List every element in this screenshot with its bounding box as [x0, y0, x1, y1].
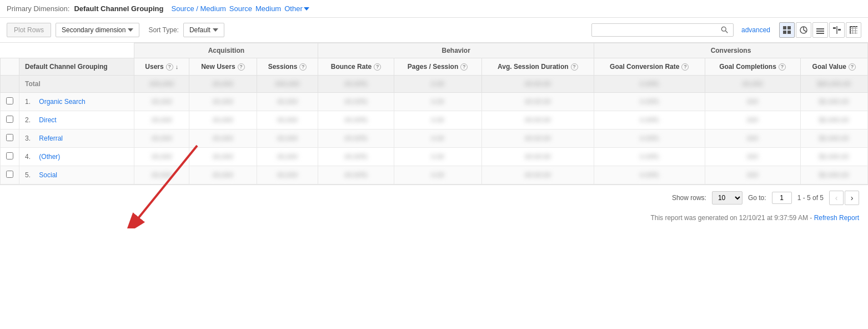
row-data-cell-1: ##,###	[189, 166, 257, 185]
sessions-info-icon[interactable]: ?	[299, 63, 307, 71]
pie-view-button[interactable]	[796, 22, 811, 38]
secondary-dimension-dropdown[interactable]: Secondary dimension	[56, 23, 139, 37]
row-data-cell-6: #.##%	[594, 129, 705, 148]
pages-session-info-icon[interactable]: ?	[460, 63, 468, 71]
users-col-header[interactable]: Users ? ↓	[134, 58, 189, 76]
row-data-cell-3: ##.##%	[318, 129, 394, 148]
avg-session-col-header[interactable]: Avg. Session Duration ?	[481, 58, 594, 76]
conversions-group-header: Conversions	[594, 43, 867, 58]
plot-rows-button: Plot Rows	[7, 23, 51, 37]
view-icons	[779, 22, 861, 38]
svg-rect-13	[833, 27, 836, 29]
show-rows-select[interactable]: 10 25 50 100 500	[712, 191, 742, 205]
table-row: 5. Social ##,#####,#####,#####.##%#.####…	[1, 166, 868, 185]
avg-session-info-icon[interactable]: ?	[571, 63, 578, 71]
row-data-cell-4: #.##	[394, 111, 481, 129]
data-table-container: Acquisition Behavior Conversions Default…	[0, 43, 868, 185]
svg-rect-14	[838, 29, 841, 31]
row-data-cell-6: #.##%	[594, 166, 705, 185]
totals-cell-4: #.##	[394, 76, 481, 93]
row-link[interactable]: Direct	[39, 116, 56, 124]
row-number: 1.	[25, 98, 35, 106]
goal-completions-col-header[interactable]: Goal Completions ?	[705, 58, 800, 76]
row-data-cell-8: $#,###.##	[800, 129, 867, 148]
row-data-cell-3: ##.##%	[318, 166, 394, 185]
row-checkbox[interactable]	[6, 116, 13, 123]
totals-cell-2: ###,###	[257, 76, 318, 93]
table-row: 4. (Other) ##,#####,#####,#####.##%#.###…	[1, 148, 868, 166]
sort-type-dropdown[interactable]: Default	[183, 23, 224, 37]
row-checkbox-cell[interactable]	[1, 129, 19, 148]
row-checkbox-cell[interactable]	[1, 166, 19, 185]
pagination-footer: Show rows: 10 25 50 100 500 Go to: 1 - 5…	[0, 185, 868, 211]
compare-icon	[833, 26, 841, 34]
row-checkbox-cell[interactable]	[1, 111, 19, 129]
totals-checkbox-cell	[1, 76, 19, 93]
goal-value-info-icon[interactable]: ?	[849, 63, 856, 71]
users-info-icon[interactable]: ?	[166, 63, 173, 71]
row-checkbox-cell[interactable]	[1, 93, 19, 111]
row-data-cell-5: ##:##:##	[481, 148, 594, 166]
row-data-cell-6: #.##%	[594, 148, 705, 166]
other-dropdown[interactable]: Other	[284, 4, 309, 13]
grid-view-button[interactable]	[779, 22, 795, 38]
goal-value-col-header[interactable]: Goal Value ?	[800, 58, 867, 76]
bounce-rate-col-header[interactable]: Bounce Rate ?	[318, 58, 394, 76]
row-checkbox-cell[interactable]	[1, 148, 19, 166]
row-checkbox[interactable]	[6, 134, 13, 141]
users-sort-arrow[interactable]: ↓	[175, 63, 179, 70]
row-data-cell-6: #.##%	[594, 111, 705, 129]
search-icon[interactable]	[721, 26, 729, 34]
row-data-cell-3: ##.##%	[318, 93, 394, 111]
goal-conv-rate-col-header[interactable]: Goal Conversion Rate ?	[594, 58, 705, 76]
row-number: 2.	[25, 116, 35, 124]
report-footer: This report was generated on 12/10/21 at…	[0, 211, 868, 228]
row-link[interactable]: Referral	[39, 134, 63, 142]
dimension-col-header[interactable]: Default Channel Grouping	[19, 58, 134, 76]
medium-link[interactable]: Medium	[255, 4, 281, 13]
row-data-cell-4: #.##	[394, 148, 481, 166]
row-data-cell-7: ###	[705, 166, 800, 185]
svg-rect-15	[850, 26, 857, 27]
table-row: 1. Organic Search ##,#####,#####,#####.#…	[1, 93, 868, 111]
row-link[interactable]: (Other)	[39, 153, 60, 161]
group-header-row: Acquisition Behavior Conversions	[1, 43, 868, 58]
row-data-cell-7: ###	[705, 93, 800, 111]
svg-rect-16	[850, 26, 851, 34]
row-data-cell-2: ##,###	[257, 111, 318, 129]
new-users-info-icon[interactable]: ?	[238, 63, 245, 71]
new-users-col-header[interactable]: New Users ?	[189, 58, 257, 76]
goal-completions-info-icon[interactable]: ?	[779, 63, 786, 71]
row-checkbox[interactable]	[6, 97, 13, 104]
bounce-rate-info-icon[interactable]: ?	[374, 63, 381, 71]
row-checkbox[interactable]	[6, 152, 13, 159]
row-data-cell-5: ##:##:##	[481, 111, 594, 129]
refresh-report-link[interactable]: Refresh Report	[814, 214, 859, 222]
source-link[interactable]: Source	[229, 4, 252, 13]
advanced-link[interactable]: advanced	[741, 26, 770, 34]
totals-cell-1: ##,###	[189, 76, 257, 93]
goal-conv-rate-info-icon[interactable]: ?	[681, 63, 689, 71]
row-dimension-cell: 2. Direct	[19, 111, 134, 129]
search-input[interactable]	[596, 26, 719, 34]
row-checkbox[interactable]	[6, 171, 13, 178]
svg-rect-17	[850, 28, 857, 29]
source-medium-link[interactable]: Source / Medium	[171, 4, 225, 13]
primary-dim-label: Primary Dimension:	[7, 4, 69, 13]
row-link[interactable]: Social	[39, 171, 57, 179]
bar-view-button[interactable]	[812, 22, 828, 38]
svg-rect-2	[783, 26, 786, 29]
compare-view-button[interactable]	[829, 22, 845, 38]
prev-page-button[interactable]: ‹	[829, 191, 844, 205]
sessions-col-header[interactable]: Sessions ?	[257, 58, 318, 76]
goto-input[interactable]	[772, 192, 792, 204]
row-data-cell-0: ##,###	[134, 111, 189, 129]
pages-session-col-header[interactable]: Pages / Session ?	[394, 58, 481, 76]
row-link[interactable]: Organic Search	[39, 98, 85, 106]
table-view-button[interactable]	[846, 22, 861, 38]
row-data-cell-8: $#,###.##	[800, 111, 867, 129]
row-dimension-cell: 4. (Other)	[19, 148, 134, 166]
show-rows-label: Show rows:	[672, 194, 706, 202]
page-nav: ‹ ›	[829, 191, 859, 205]
next-page-button[interactable]: ›	[845, 191, 859, 205]
